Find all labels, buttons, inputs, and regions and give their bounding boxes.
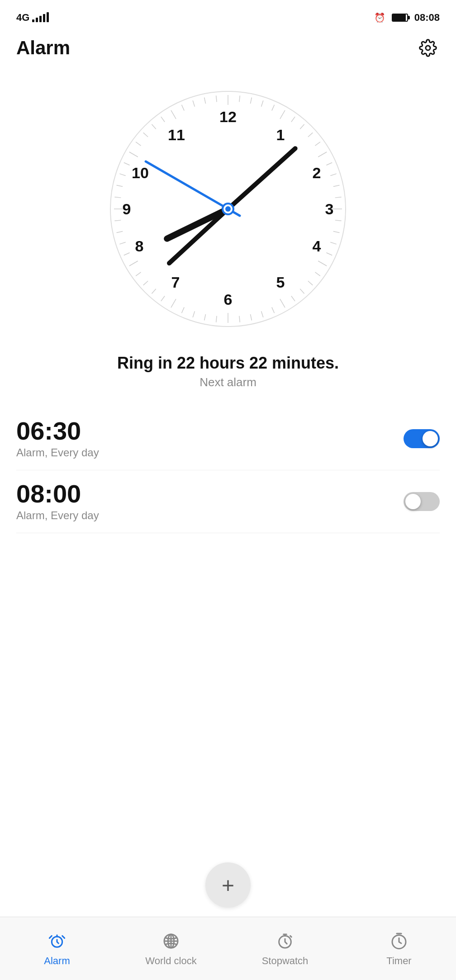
nav-label-alarm: Alarm: [44, 955, 70, 967]
nav-item-alarm[interactable]: Alarm: [0, 923, 114, 974]
ring-sub-text: Next alarm: [16, 375, 440, 389]
svg-text:3: 3: [325, 200, 334, 218]
ring-info: Ring in 22 hours 22 minutes. Next alarm: [0, 345, 456, 394]
alarm-nav-icon: [47, 931, 67, 952]
svg-text:9: 9: [123, 200, 131, 218]
timer-nav-icon: [389, 931, 409, 952]
app-header: Alarm: [0, 32, 456, 69]
world-clock-nav-icon: [161, 931, 181, 952]
page-title: Alarm: [16, 37, 70, 59]
status-bar: 4G ⏰ 08:08: [0, 0, 456, 32]
toggle-knob-1: [423, 431, 438, 446]
alarm-info-2: 08:00 Alarm, Every day: [16, 481, 99, 522]
svg-text:1: 1: [276, 126, 285, 143]
status-right: ⏰ 08:08: [374, 12, 440, 24]
svg-text:11: 11: [168, 126, 185, 143]
alarm-toggle-1[interactable]: [404, 429, 440, 448]
battery-icon: [392, 14, 408, 22]
alarm-item-2[interactable]: 08:00 Alarm, Every day: [16, 470, 440, 533]
battery-fill: [393, 14, 406, 21]
clock-face: 12 1 2 3 4 5 6 7 8 9 10 11: [101, 82, 355, 336]
stopwatch-nav-icon: [275, 931, 295, 952]
clock-container: 12 1 2 3 4 5 6 7 8 9 10 11: [0, 69, 456, 345]
alarm-label-2: Alarm, Every day: [16, 509, 99, 522]
add-alarm-button[interactable]: +: [205, 862, 251, 908]
alarm-time-1: 06:30: [16, 418, 99, 444]
alarm-time-2: 08:00: [16, 481, 99, 507]
nav-label-stopwatch: Stopwatch: [262, 955, 309, 967]
svg-text:7: 7: [171, 274, 180, 291]
add-icon: +: [222, 873, 234, 898]
alarm-list: 06:30 Alarm, Every day 08:00 Alarm, Ever…: [0, 394, 456, 844]
signal-bars: [32, 13, 49, 22]
nav-item-world-clock[interactable]: World clock: [114, 923, 228, 974]
nav-label-timer: Timer: [386, 955, 411, 967]
alarm-status-icon: ⏰: [374, 12, 385, 23]
status-network: 4G: [16, 12, 49, 24]
svg-text:12: 12: [219, 108, 237, 125]
svg-text:10: 10: [132, 164, 149, 181]
nav-label-world-clock: World clock: [145, 955, 196, 967]
network-label: 4G: [16, 12, 29, 24]
svg-text:6: 6: [224, 291, 233, 308]
analog-clock: 12 1 2 3 4 5 6 7 8 9 10 11: [101, 82, 355, 336]
status-time: 08:08: [414, 12, 440, 24]
svg-text:4: 4: [313, 237, 321, 255]
alarm-item-1[interactable]: 06:30 Alarm, Every day: [16, 407, 440, 470]
nav-item-stopwatch[interactable]: Stopwatch: [228, 923, 342, 974]
alarm-info-1: 06:30 Alarm, Every day: [16, 418, 99, 459]
alarm-label-1: Alarm, Every day: [16, 446, 99, 459]
bottom-navigation: Alarm World clock Stopwatch: [0, 917, 456, 980]
svg-text:8: 8: [135, 237, 144, 255]
add-button-area: +: [0, 844, 456, 917]
toggle-knob-2: [405, 494, 421, 509]
nav-item-timer[interactable]: Timer: [342, 923, 456, 974]
alarm-toggle-2[interactable]: [404, 492, 440, 511]
settings-button[interactable]: [416, 36, 440, 60]
svg-text:5: 5: [276, 274, 285, 291]
svg-point-0: [426, 46, 430, 50]
svg-point-79: [225, 206, 231, 212]
gear-icon: [419, 39, 437, 57]
svg-text:2: 2: [313, 164, 321, 181]
ring-main-text: Ring in 22 hours 22 minutes.: [16, 354, 440, 373]
